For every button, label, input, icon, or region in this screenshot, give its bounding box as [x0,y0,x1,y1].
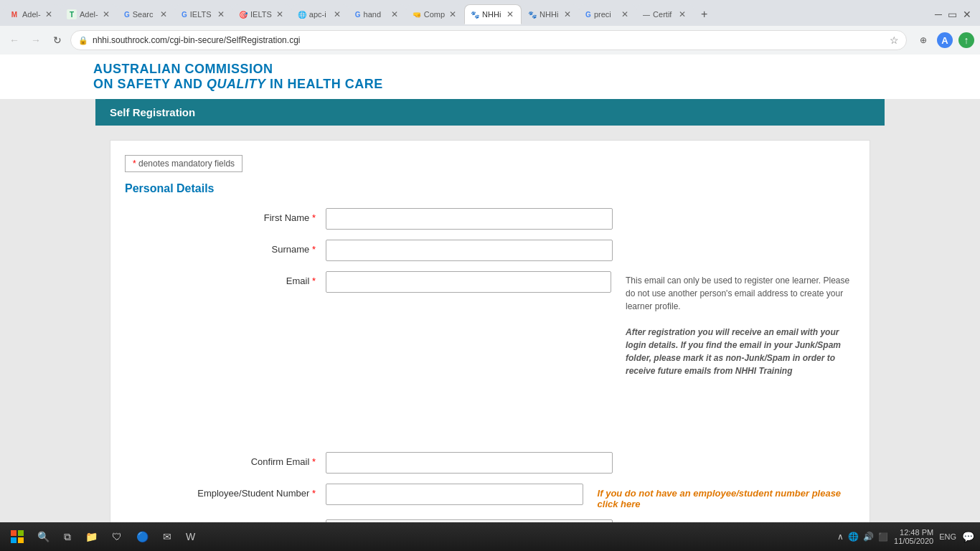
comp-icon: 🤜 [413,11,421,19]
email-note-normal: This email can only be used to register … [626,276,849,311]
tab-close[interactable]: ✕ [159,9,169,19]
org-name-on: ON [93,77,118,91]
tab-label: Certif [653,10,672,19]
update-icon[interactable]: ↑ [958,32,974,48]
email-spacer [125,387,855,452]
mandatory-star: * [133,159,136,169]
tab-close[interactable]: ✕ [275,9,285,19]
tab-label: IELTS [190,10,212,19]
tab-close[interactable]: ✕ [101,9,111,19]
first-name-group: First Name * [125,208,855,230]
main-container: Self Registration * denotes mandatory fi… [95,99,885,522]
certif-icon: — [643,11,650,19]
surname-label: Surname * [125,240,326,255]
tab-close[interactable]: ✕ [448,9,458,19]
tab-close[interactable]: ✕ [390,9,400,19]
lock-icon: 🔒 [78,36,88,45]
tab-close[interactable]: ✕ [505,9,515,19]
tab-label: NHHi [540,10,558,19]
address-bar-actions: ⊕ A ↑ [915,32,974,48]
email-star: * [312,276,316,286]
tab-adel2[interactable]: T Adel- ✕ [60,4,118,24]
tab-label: apc-i [309,10,326,19]
apc-icon: 🌐 [298,11,306,19]
employee-label: Employee/Student Number * [125,484,326,499]
mandatory-note: * denotes mandatory fields [125,155,242,172]
first-name-input[interactable] [326,208,613,230]
org-name-and: AND [170,77,207,91]
tab-close[interactable]: ✕ [332,9,342,19]
tab-bar: M Adel- ✕ T Adel- ✕ G Searc ✕ G IELTS ✕ … [0,0,980,26]
window-controls: ─ ▭ ✕ [935,9,977,20]
tab-search[interactable]: G Searc ✕ [118,4,175,24]
confirm-email-input[interactable] [326,452,613,474]
tab-close[interactable]: ✕ [44,9,54,19]
email-group: Email * This email can only be used to r… [125,271,855,377]
minimize-button[interactable]: ─ [935,9,942,20]
mandatory-note-text: denotes mandatory fields [138,159,235,169]
profile-icon[interactable]: A [937,32,953,48]
page-content-area: AUSTRALIAN COMMISSION ON SAFETY AND QUAL… [0,55,980,522]
tab-comp[interactable]: 🤜 Comp ✕ [406,4,464,24]
tab-nhhi1[interactable]: 🐾 NHHi ✕ [464,4,522,24]
nhhi2-icon: 🐾 [528,11,537,19]
tab-close[interactable]: ✕ [620,9,630,19]
nhhi1-icon: 🐾 [471,11,479,19]
tab-ielts[interactable]: 🎯 IELTS ✕ [232,4,291,24]
tab-close[interactable]: ✕ [216,9,226,19]
tab-label: NHHi [482,10,501,19]
preci-icon: G [585,11,591,19]
org-name-safety: SAFETY [118,77,171,91]
url-text: nhhi.southrock.com/cgi-bin-secure/SelfRe… [93,35,885,45]
confirm-email-star: * [312,456,316,467]
hand-g-icon: G [355,11,361,19]
tab-apc[interactable]: 🌐 apc-i ✕ [291,4,349,24]
tab-ielts-g[interactable]: G IELTS ✕ [175,4,232,24]
restore-button[interactable]: ▭ [948,9,957,20]
forward-button[interactable]: → [27,32,44,49]
new-tab-button[interactable]: + [697,6,712,22]
tab-label: Adel- [22,10,41,19]
close-button[interactable]: ✕ [963,9,971,20]
email-side-note: This email can only be used to register … [626,271,855,377]
org-name-suffix: IN HEALTH CARE [266,77,383,91]
org-name-line2: ON SAFETY AND QUALITY IN HEALTH CARE [93,77,887,92]
address-bar[interactable]: 🔒 nhhi.southrock.com/cgi-bin-secure/Self… [70,30,907,50]
address-bar-row: ← → ↻ 🔒 nhhi.southrock.com/cgi-bin-secur… [0,26,980,55]
employee-star: * [312,488,316,499]
tab-close[interactable]: ✕ [562,9,573,19]
browser-chrome: M Adel- ✕ T Adel- ✕ G Searc ✕ G IELTS ✕ … [0,0,980,55]
star-icon[interactable]: ☆ [890,34,899,46]
tab-certif[interactable]: — Certif ✕ [636,4,694,24]
surname-input[interactable] [326,240,613,261]
employee-link[interactable]: If you do not have an employee/student n… [598,488,855,509]
gmail-tab-icon: M [9,9,19,19]
self-registration-title: Self Registration [110,106,195,118]
org-name-line1: AUSTRALIAN COMMISSION [93,62,887,77]
first-name-star: * [312,212,316,223]
reload-button[interactable]: ↻ [49,32,66,49]
back-button[interactable]: ← [6,32,23,49]
surname-group: Surname * [125,240,855,261]
extensions-icon[interactable]: ⊕ [915,32,931,48]
tab-nhhi2[interactable]: 🐾 NHHi ✕ [522,4,579,24]
surname-star: * [312,244,316,255]
confirm-email-group: Confirm Email * [125,452,855,474]
employee-input[interactable] [326,484,583,505]
tab-preci[interactable]: G preci ✕ [579,4,636,24]
tab-label: Searc [133,10,154,19]
first-name-label: First Name * [125,208,326,223]
site-header: AUSTRALIAN COMMISSION ON SAFETY AND QUAL… [0,55,980,99]
org-name-quality: QUALITY [207,77,266,91]
personal-details-title: Personal Details [125,182,855,195]
tab-close[interactable]: ✕ [677,9,687,19]
email-note-bold: After registration you will receive an e… [626,327,841,376]
email-input[interactable] [326,271,611,293]
employee-group: Employee/Student Number * If you do not … [125,484,855,509]
tab-gmail[interactable]: M Adel- ✕ [3,4,60,24]
form-card: * denotes mandatory fields Personal Deta… [110,140,870,522]
ielts-g-icon: G [182,11,187,19]
tab-hand-g[interactable]: G hand ✕ [349,4,406,24]
confirm-email-label: Confirm Email * [125,452,326,467]
tab-label: Comp [424,10,445,19]
